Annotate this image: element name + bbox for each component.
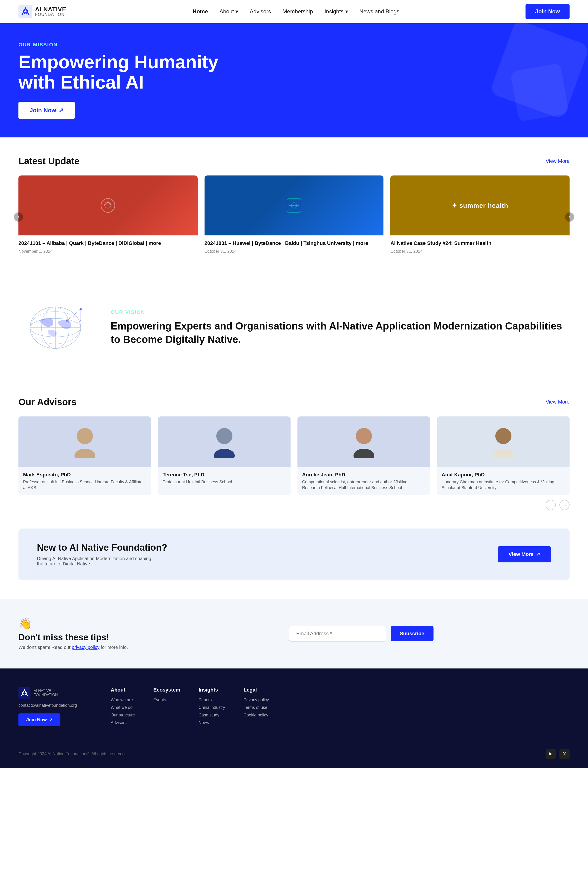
card-1-body: 20241101 – Alibaba | Quark | ByteDance |… [18, 236, 198, 258]
advisor-1-body: Mark Esposito, PhD Professor at Hult Int… [18, 467, 151, 495]
svg-point-19 [77, 428, 93, 444]
cta-desc: Driving AI Native Application Modernizat… [37, 556, 152, 567]
newsletter-section: 👋 Don't miss these tips! We don't spam! … [0, 599, 588, 669]
nav-membership[interactable]: Membership [282, 8, 313, 15]
hero-deco-shape2 [510, 63, 569, 122]
linkedin-icon[interactable]: in [546, 749, 556, 759]
vision-section: OUR VISION Empowering Experts and Organi… [0, 277, 588, 378]
svg-point-21 [216, 428, 232, 444]
cta-view-more-button[interactable]: View More ↗ [498, 546, 551, 562]
advisor-card-3: Aurélie Jean, PhD Computational scientis… [297, 417, 430, 495]
footer-about-links: Who we are What we do Our structure Advi… [111, 698, 135, 725]
footer-link-case-study[interactable]: Case study [198, 713, 219, 717]
svg-point-26 [493, 449, 514, 458]
brand-name-line2: FOUNDATION [35, 12, 66, 17]
hero-tag: OUR MISSION [18, 42, 218, 48]
subscribe-button[interactable]: Subscribe [391, 626, 434, 641]
advisors-view-more[interactable]: View More [546, 399, 570, 405]
advisor-2-body: Terence Tse, PhD Professor at Hult Intl … [158, 467, 291, 489]
newsletter-title: Don't miss these tips! [18, 633, 128, 642]
vision-title: Empowering Experts and Organisations wit… [111, 320, 570, 346]
advisor-next-button[interactable]: → [560, 500, 570, 510]
advisor-3-image [297, 417, 430, 467]
nav-insights[interactable]: Insights ▾ [324, 8, 348, 15]
footer-col-about-heading: About [111, 687, 135, 693]
advisors-row: Mark Esposito, PhD Professor at Hult Int… [18, 417, 570, 495]
advisor-4-name: Amit Kapoor, PhD [442, 472, 565, 478]
footer-link-china-industry[interactable]: China industry [198, 705, 225, 710]
newsletter-emoji: 👋 [18, 617, 128, 630]
arrow-icon: ↗ [58, 107, 64, 114]
footer-link-privacy-policy[interactable]: Privacy policy [243, 698, 269, 702]
footer-link-our-structure[interactable]: Our structure [111, 713, 135, 717]
update-card-2: 20241031 – Huawei | ByteDance | Baidu | … [204, 176, 384, 258]
hero-content: OUR MISSION Empowering Humanitywith Ethi… [18, 42, 218, 119]
latest-update-cards: ‹ 20241101 – Alibaba | Quark | ByteDance… [18, 176, 570, 258]
footer-link-what-we-do[interactable]: What we do [111, 705, 133, 710]
latest-update-title: Latest Update [18, 156, 80, 166]
footer-link-news[interactable]: News [198, 720, 209, 725]
footer-link-papers[interactable]: Papers [198, 698, 212, 702]
footer-bottom: Copyright 2024 AI Native Foundation©. Al… [18, 742, 570, 759]
advisor-prev-button[interactable]: ← [546, 500, 556, 510]
advisor-card-1: Mark Esposito, PhD Professor at Hult Int… [18, 417, 151, 495]
card-3-logo-text: ✦ summer health [452, 202, 508, 209]
carousel-next-button[interactable]: › [565, 212, 574, 222]
arrow-icon: ↗ [536, 551, 540, 557]
nav-join-button[interactable]: Join Now [525, 4, 570, 19]
newsletter-inner: 👋 Don't miss these tips! We don't spam! … [18, 617, 434, 650]
footer-col-insights: Insights Papers China industry Case stud… [198, 687, 225, 728]
advisors-title: Our Advisors [18, 397, 76, 407]
footer-link-events[interactable]: Events [153, 698, 166, 702]
email-input[interactable] [289, 626, 386, 642]
footer-link-advisors[interactable]: Advisors [111, 720, 127, 725]
footer-email: contact@ainativefoundation.org [18, 703, 92, 708]
nav-about[interactable]: About ▾ [219, 8, 238, 15]
nav-home[interactable]: Home [192, 8, 208, 15]
footer-col-legal-heading: Legal [243, 687, 269, 693]
card-3-image: ✦ summer health [390, 176, 570, 236]
card-2-icon [285, 196, 303, 214]
advisor-card-4: Amit Kapoor, PhD Honorary Chairman at In… [437, 417, 570, 495]
vision-text: OUR VISION Empowering Experts and Organi… [111, 309, 570, 346]
update-card-1: 20241101 – Alibaba | Quark | ByteDance |… [18, 176, 198, 258]
nav-news[interactable]: News and Blogs [360, 8, 399, 15]
advisor-card-2: Terence Tse, PhD Professor at Hult Intl … [158, 417, 291, 495]
advisor-2-desc: Professor at Hult Intl Business School [163, 479, 286, 485]
newsletter-desc: We don't spam! Read our privacy policy f… [18, 645, 128, 650]
advisor-1-image [18, 417, 151, 467]
footer-top: AI NATIVE FOUNDATION contact@ainativefou… [18, 687, 570, 728]
svg-point-16 [80, 308, 82, 310]
update-card-3: ✦ summer health AI Native Case Study #24… [390, 176, 570, 258]
footer-link-cookie-policy[interactable]: Cookie policy [243, 713, 268, 717]
arrow-icon: ↗ [49, 717, 52, 723]
card-1-image [18, 176, 198, 236]
hero-section: OUR MISSION Empowering Humanitywith Ethi… [0, 23, 588, 137]
footer-socials: in 𝕏 [546, 749, 570, 759]
advisor-2-avatar [213, 426, 236, 458]
footer-col-legal: Legal Privacy policy Terms of use Cookie… [243, 687, 269, 728]
svg-point-25 [495, 428, 512, 444]
footer-link-who-we-are[interactable]: Who we are [111, 698, 133, 702]
card-1-title: 20241101 – Alibaba | Quark | ByteDance |… [18, 240, 198, 247]
card-3-date: October 31, 2024 [390, 249, 570, 254]
advisor-4-body: Amit Kapoor, PhD Honorary Chairman at In… [437, 467, 570, 495]
nav-advisors[interactable]: Advisors [250, 8, 271, 15]
navbar: AI NATIVE FOUNDATION Home About ▾ Adviso… [0, 0, 588, 23]
footer-join-button[interactable]: Join Now ↗ [18, 713, 60, 726]
footer-link-terms-of-use[interactable]: Terms of use [243, 705, 267, 710]
advisors-section: Our Advisors View More Mark Esposito, Ph… [0, 378, 588, 528]
hero-title: Empowering Humanitywith Ethical AI [18, 52, 218, 93]
brand-name-line1: AI NATIVE [35, 6, 66, 13]
logo-icon [18, 4, 32, 18]
latest-update-view-more[interactable]: View More [546, 158, 570, 164]
twitter-icon[interactable]: 𝕏 [560, 749, 570, 759]
privacy-policy-link[interactable]: privacy policy [72, 645, 99, 650]
vision-globe [18, 296, 92, 360]
footer-col-about: About Who we are What we do Our structur… [111, 687, 135, 728]
hero-join-button[interactable]: Join Now ↗ [18, 102, 75, 119]
svg-point-22 [214, 449, 235, 458]
footer-copyright: Copyright 2024 AI Native Foundation©. Al… [18, 752, 126, 756]
svg-point-20 [75, 449, 95, 458]
carousel-prev-button[interactable]: ‹ [14, 212, 23, 222]
